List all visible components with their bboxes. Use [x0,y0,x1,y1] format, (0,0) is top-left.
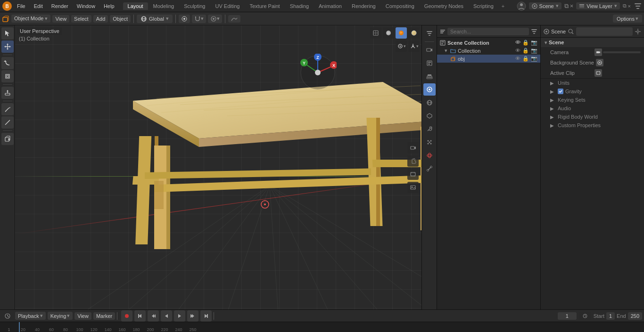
transform-orientation[interactable]: Global ▾ [137,15,173,23]
scene-delete-icon[interactable]: × [570,2,574,9]
object-menu[interactable]: Object [110,15,131,23]
collection-render[interactable]: 📷 [531,48,537,54]
prev-frame[interactable] [148,310,159,322]
scene-copy-icon[interactable]: ⧉ [564,2,569,10]
select-menu[interactable]: Select [71,15,91,23]
tab-texture-paint[interactable]: Texture Paint [245,2,284,10]
material-preview[interactable] [396,27,407,39]
vl-delete-icon[interactable]: × [628,3,631,9]
camera-edit-icon[interactable] [642,49,644,56]
window-menu[interactable]: Window [73,2,99,10]
viewport-tool-4[interactable] [407,182,419,193]
view-layer-properties[interactable] [423,70,436,82]
annotate-tool[interactable] [1,103,14,115]
file-menu[interactable]: File [13,2,29,10]
collection-restrict[interactable]: 🔒 [522,48,529,54]
tab-layout[interactable]: Layout [123,2,148,10]
scene-collection-restrict[interactable]: 🔒 [522,40,529,46]
viewport-tool-3[interactable] [407,169,419,180]
scene-collection-visibility[interactable]: 👁 [515,40,520,46]
properties-search-dropdown[interactable] [576,27,633,36]
scene-collection-render[interactable]: 📷 [531,40,537,46]
render-menu[interactable]: Render [48,2,72,10]
gravity-section[interactable]: ▶ Gravity [541,87,644,96]
output-properties[interactable] [423,57,436,69]
render-properties[interactable] [423,44,436,56]
add-workspace-button[interactable]: + [499,2,507,10]
props-search-icon[interactable] [568,28,574,35]
units-section[interactable]: ▶ Units [541,79,644,87]
outliner-filter-icon[interactable] [531,28,537,35]
constraint-properties[interactable] [423,162,436,175]
timeline-ruler[interactable]: 1 20 40 60 80 100 120 140 160 180 200 22… [0,322,644,332]
navigation-gizmo[interactable]: X Y Z [299,54,337,92]
options-button[interactable]: Options ▾ [613,15,642,23]
tab-geometry-nodes[interactable]: Geometry Nodes [420,2,468,10]
viewport[interactable]: User Perspective (1) Collection X Y Z [15,25,421,309]
scene-section-header[interactable]: ▾ Scene [541,38,644,47]
outliner-object[interactable]: obj 👁 🔒 📷 [437,55,540,63]
add-cube-tool[interactable] [1,133,14,145]
vl-copy-icon[interactable]: ⧉ [623,3,627,9]
collection-visibility[interactable]: 👁 [515,48,520,54]
end-frame-field[interactable]: 250 [628,312,642,320]
keying-sets-section[interactable]: ▶ Keying Sets [541,96,644,104]
edit-menu[interactable]: Edit [30,2,47,10]
tab-shading[interactable]: Shading [285,2,314,10]
keying-menu[interactable]: Keying ▾ [48,312,73,320]
play-forward[interactable] [174,310,185,322]
start-frame-field[interactable]: 1 [606,312,615,320]
transform-tool[interactable] [1,87,14,99]
current-frame-field[interactable]: 1 [558,312,577,320]
add-menu[interactable]: Add [93,15,108,23]
viewport-tool-2[interactable] [407,155,419,167]
scene-properties[interactable] [423,83,436,96]
obj-render[interactable]: 📷 [531,56,537,62]
tab-uv-editing[interactable]: UV Editing [210,2,244,10]
object-mode-selector[interactable]: Object Mode ▾ [11,15,50,23]
move-tool[interactable] [1,40,14,53]
scale-tool[interactable] [1,70,14,82]
obj-visibility[interactable]: 👁 [515,56,520,62]
modifier-properties[interactable] [423,123,436,135]
viewport-tool-1[interactable] [407,142,419,154]
viewport-overlays-toggle[interactable]: ▾ [396,40,407,52]
next-frame[interactable] [187,310,198,322]
annotation-tool[interactable] [228,15,240,23]
view-menu[interactable]: View [52,15,69,23]
playback-menu[interactable]: Playback ▾ [15,312,46,320]
camera-field[interactable] [603,51,641,53]
outliner-search[interactable] [447,28,529,35]
wireframe-shading[interactable] [370,27,381,39]
view-menu[interactable]: View [74,312,91,320]
view-layer-selector[interactable]: View Layer ▾ [576,2,619,9]
record-button[interactable] [121,310,132,322]
tab-rendering[interactable]: Rendering [347,2,380,10]
tab-animation[interactable]: Animation [314,2,347,10]
outliner-collection[interactable]: ▾ Collection 👁 🔒 📷 [437,47,540,55]
physics-properties[interactable] [423,149,436,162]
measure-tool[interactable] [1,116,14,129]
particle-properties[interactable] [423,136,436,148]
rotate-tool[interactable] [1,57,14,69]
help-menu[interactable]: Help [100,2,118,10]
play-reverse[interactable] [161,310,172,322]
solid-shading[interactable] [383,27,394,39]
fps-display[interactable] [579,312,591,320]
audio-section[interactable]: ▶ Audio [541,104,644,113]
tab-compositing[interactable]: Compositing [381,2,419,10]
rigid-body-section[interactable]: ▶ Rigid Body World [541,113,644,121]
gizmos-toggle[interactable]: ▾ [408,40,420,52]
properties-filter-icon[interactable] [423,27,436,40]
tab-sculpting[interactable]: Sculpting [179,2,210,10]
cursor-tool[interactable] [1,27,14,40]
props-settings-icon[interactable] [635,28,641,35]
gravity-checkbox[interactable] [558,89,563,94]
rendered-shading[interactable] [408,27,420,39]
tab-modeling[interactable]: Modeling [149,2,179,10]
custom-properties-section[interactable]: ▶ Custom Properties [541,121,644,130]
obj-restrict[interactable]: 🔒 [522,56,529,62]
pivot-point-selector[interactable] [179,15,190,23]
scene-selector[interactable]: Scene ▾ [529,2,561,9]
tab-scripting[interactable]: Scripting [469,2,498,10]
